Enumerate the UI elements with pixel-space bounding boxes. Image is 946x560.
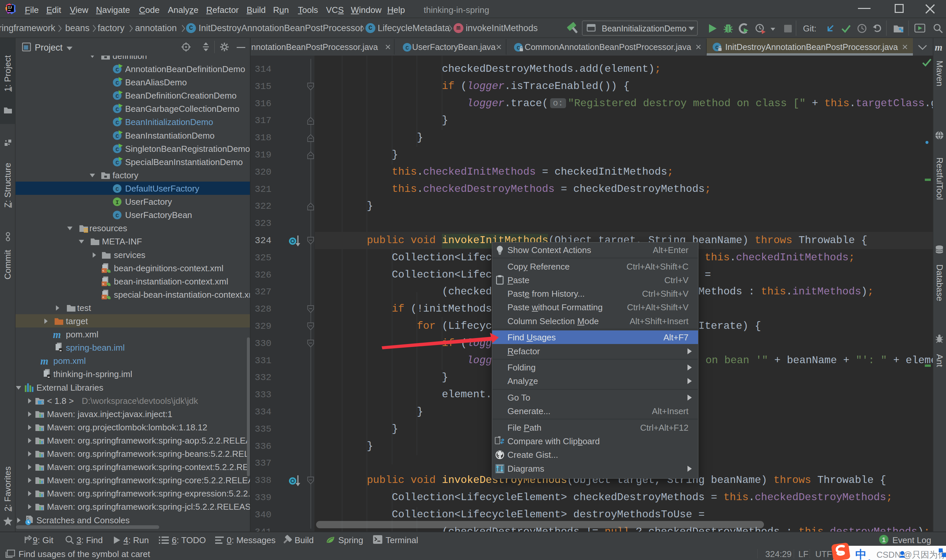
svg-text:C: C [116,120,119,126]
svg-text:C: C [405,45,409,51]
svg-text:C: C [116,146,119,153]
svg-text:C: C [116,133,119,140]
svg-text:C: C [715,45,719,51]
svg-text:C: C [116,160,119,166]
svg-text:C: C [116,213,119,219]
svg-text:IJ: IJ [8,6,12,9]
svg-text:C: C [116,67,119,73]
svg-text:C: C [116,186,119,192]
svg-text:C: C [116,106,119,113]
svg-text:C: C [517,45,520,51]
svg-text:C: C [116,80,119,86]
svg-text:I: I [116,200,119,206]
svg-text:C: C [116,93,119,100]
svg-text:<: < [102,295,105,299]
svg-text:<: < [102,269,105,273]
svg-text:<: < [102,282,105,286]
